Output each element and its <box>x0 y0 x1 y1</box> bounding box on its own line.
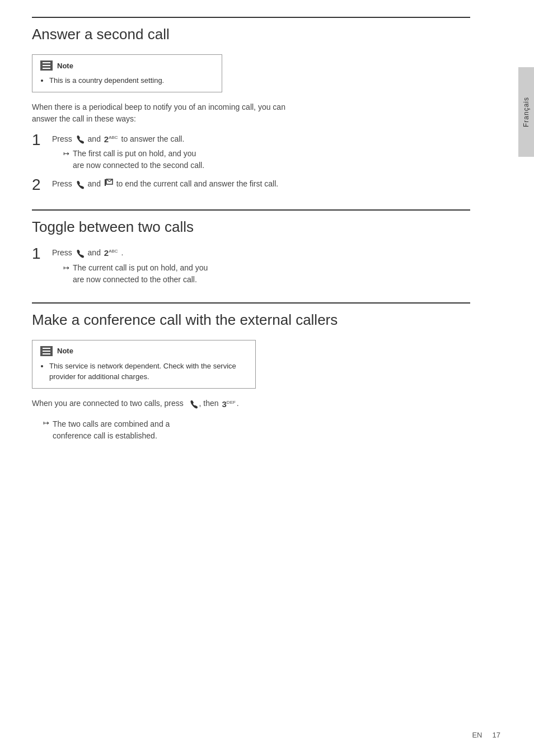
step-text-and-2: and <box>88 179 103 188</box>
section-title-conference: Make a conference call with the external… <box>32 302 470 329</box>
note-icon-line2 <box>43 65 50 66</box>
step-answer-2: 2 Press and <box>32 178 470 193</box>
result-toggle-text: The current call is put on hold, and you… <box>73 262 208 286</box>
step-text-prefix-1: Press <box>52 134 74 143</box>
note-header-conference: Note <box>40 346 247 356</box>
side-tab: Français <box>518 67 534 157</box>
step-result-1: ↦ The first call is put on hold, and you… <box>52 148 470 171</box>
intro-text-conference: When you are connected to two calls, pre… <box>32 398 301 410</box>
section-conference-call: Make a conference call with the external… <box>32 302 470 442</box>
note-icon-line3 <box>43 68 50 69</box>
step-toggle-result: ↦ The current call is put on hold, and y… <box>52 262 470 286</box>
step-toggle-prefix: Press <box>52 248 74 257</box>
step-toggle-content: Press and 2ABC . ↦ The current call is p… <box>52 247 470 286</box>
step-text-suffix-1: to answer the call. <box>121 134 185 143</box>
step-content-1: Press and 2ABC to answer the call. ↦ The… <box>52 133 470 172</box>
end-call-svg <box>104 179 113 188</box>
conference-result: ↦ The two calls are combined and aconfer… <box>32 418 470 442</box>
note-icon-conference <box>40 346 53 356</box>
phone-icon-1 <box>75 135 85 144</box>
section-title-toggle: Toggle between two calls <box>32 209 470 236</box>
steps-answer: 1 Press and 2ABC to answer the call. ↦ T… <box>32 133 470 193</box>
note-icon-conf-line1 <box>43 348 50 349</box>
step-toggle-number: 1 <box>32 246 52 262</box>
key-3-def: 3DEF <box>222 398 236 410</box>
note-header: Note <box>40 60 214 71</box>
key-2-abc-toggle: 2ABC <box>104 247 118 260</box>
footer: EN 17 <box>472 731 500 739</box>
end-call-icon <box>104 179 113 191</box>
intro-text-answer: When there is a periodical beep to notif… <box>32 101 301 125</box>
svg-rect-0 <box>105 179 106 186</box>
result-conference-text: The two calls are combined and aconferen… <box>53 418 170 442</box>
step-number-1: 1 <box>32 132 52 148</box>
note-content-answer: This is a country dependent setting. <box>40 75 214 86</box>
side-tab-label: Français <box>522 97 530 127</box>
step-answer-1: 1 Press and 2ABC to answer the call. ↦ T… <box>32 133 470 172</box>
page-number: 17 <box>493 731 500 739</box>
main-content: Answer a second call Note This is a coun… <box>0 0 504 481</box>
arrow-conference: ↦ <box>43 419 49 427</box>
phone-icon-2 <box>75 180 85 189</box>
note-icon-line1 <box>43 62 50 63</box>
note-content-conference: This service is network dependent. Check… <box>40 361 247 382</box>
note-box-answer: Note This is a country dependent setting… <box>32 54 222 92</box>
steps-toggle: 1 Press and 2ABC . ↦ The current call is… <box>32 247 470 286</box>
language-label: EN <box>472 731 482 739</box>
result-text-1a: The first call is put on hold, and youar… <box>73 148 204 171</box>
note-item-answer-1: This is a country dependent setting. <box>49 75 214 86</box>
note-label-conference: Note <box>57 347 73 355</box>
step-text-prefix-2: Press <box>52 179 74 188</box>
key-2-abc: 2ABC <box>104 133 118 146</box>
step-text-suffix-2: to end the current call and answer the f… <box>116 179 278 188</box>
arrow-toggle: ↦ <box>63 263 69 274</box>
step-number-2: 2 <box>32 177 52 193</box>
note-box-conference: Note This service is network dependent. … <box>32 340 256 389</box>
note-icon-conf-line3 <box>43 353 50 354</box>
step-text-and-1: and <box>88 134 103 143</box>
section-title-answer: Answer a second call <box>32 17 470 43</box>
phone-icon-toggle <box>75 249 85 258</box>
arrow-icon-1: ↦ <box>63 148 69 160</box>
section-answer-second-call: Answer a second call Note This is a coun… <box>32 17 470 193</box>
step-toggle-and: and <box>88 248 103 257</box>
page: Français Answer a second call Note This <box>0 0 534 756</box>
step-toggle-1: 1 Press and 2ABC . ↦ The current call is… <box>32 247 470 286</box>
phone-icon-conference <box>189 400 199 409</box>
step-content-2: Press and <box>52 178 470 190</box>
step-toggle-period: . <box>121 248 124 257</box>
section-toggle-calls: Toggle between two calls 1 Press and 2AB… <box>32 209 470 286</box>
note-icon <box>40 60 53 71</box>
note-icon-conf-line2 <box>43 351 50 352</box>
note-label-answer: Note <box>57 62 73 70</box>
note-item-conference-1: This service is network dependent. Check… <box>49 361 247 382</box>
